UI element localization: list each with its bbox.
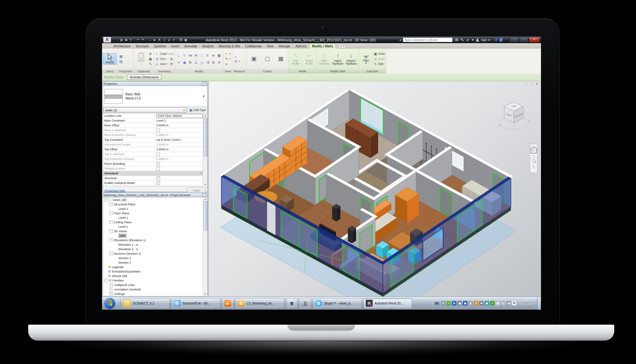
steering-wheel-icon[interactable] [531, 147, 537, 154]
ribbon-button-cope[interactable]: ⌐Cope▾ [155, 51, 169, 56]
tree-item[interactable]: Section 2 [103, 260, 207, 265]
ribbon-button-lightbulb[interactable]: ●▾ [224, 51, 231, 56]
language-indicator[interactable]: DE [434, 302, 440, 305]
ribbon-button-attach-top-base[interactable]: ↑Attach Top/Base [331, 52, 344, 66]
tree-item[interactable]: ▧Sheets (all) [103, 273, 207, 278]
properties-help-link[interactable]: Properties help [105, 189, 125, 192]
ribbon-button-save[interactable]: ▣Save [373, 51, 385, 56]
sign-in-caret-icon[interactable]: ▾ [492, 37, 493, 42]
tree-item[interactable]: −Sections (Section 1) [103, 251, 207, 256]
project-browser-close-icon[interactable]: ▫ [202, 193, 206, 197]
qat-text-icon[interactable]: A [157, 37, 162, 42]
ribbon-button-scale[interactable]: △ [200, 60, 204, 65]
qat-sync-icon[interactable]: ↻ [129, 37, 133, 42]
qat-redo-icon[interactable]: ↷ [141, 37, 145, 42]
taskbar-button-revit[interactable]: RAutodesk Revit 20... [363, 298, 412, 309]
ribbon-button-array[interactable]: ▦ [217, 53, 221, 58]
ribbon-button-edit[interactable]: ✎Edit [373, 62, 385, 67]
ribbon-button-filter[interactable]: Filter [360, 55, 372, 62]
prop-section-header[interactable]: Structural^ [103, 171, 207, 176]
ribbon-button-cut[interactable]: ⊘Cut▾ [155, 57, 169, 61]
tree-item[interactable]: ▤Schedules/Quantities [103, 269, 207, 273]
qat-thin-lines-icon[interactable]: ≡ [172, 37, 176, 42]
tab-view[interactable]: View [264, 44, 276, 49]
qat-open-icon[interactable]: ▥ [119, 37, 123, 42]
qat-switch-windows-icon[interactable]: ▣ [184, 37, 188, 42]
tree-item[interactable]: Elevation 1 - a [103, 242, 207, 247]
ribbon-button-match-type[interactable]: ✎ [148, 62, 153, 67]
tab-manage[interactable]: Manage [276, 44, 293, 49]
tray-fax-device-icon[interactable]: ▤ [457, 301, 462, 305]
ribbon-button-unpin[interactable]: ⊠ [211, 60, 216, 65]
zoom-caret-icon[interactable]: ▾ [533, 163, 534, 166]
ribbon-button-wall-joins[interactable]: ⊞ [169, 57, 174, 61]
tray-bluetooth-icon[interactable]: B [452, 301, 457, 305]
tray-volume-icon[interactable]: ◀ [506, 301, 511, 305]
ribbon-button-cut-clip[interactable]: ⊗ [148, 51, 153, 56]
qat-customize-caret-icon[interactable]: ▾ [188, 38, 193, 43]
tree-expander-icon[interactable]: − [109, 238, 113, 242]
tree-item[interactable]: +Annotation Symbols [103, 287, 207, 291]
tab-analyze[interactable]: Analyze [200, 44, 216, 49]
ribbon-button-rotate[interactable]: ↻ [188, 60, 193, 65]
ribbon-button-demolish[interactable]: ⚒ [169, 62, 174, 67]
qat-section-icon[interactable]: ⌀ [167, 37, 171, 42]
tree-item[interactable]: −▥Families [103, 278, 207, 282]
ribbon-button-align[interactable]: ∟ [177, 53, 181, 58]
qat-modify-arrow-icon[interactable]: ► [153, 37, 157, 42]
ribbon-button-split-element[interactable]: ¦ [200, 53, 204, 58]
ribbon-button-pin[interactable]: ◈ [211, 53, 216, 58]
navigation-bar[interactable]: ▾ ▾ [530, 144, 537, 173]
qat-close-hidden-icon[interactable]: ⊠ [179, 37, 183, 42]
ribbon-button-move[interactable]: + [177, 60, 181, 65]
qat-undo-icon[interactable]: ↶ [136, 37, 140, 42]
ribbon-button-measure[interactable]: ↔ [233, 54, 240, 59]
ribbon-button-beam[interactable]: ▭ [169, 51, 174, 56]
ribbon-button-offset-copy[interactable]: ⇉ [205, 60, 210, 65]
tray-network-search-icon[interactable]: ◍ [485, 301, 489, 305]
prop-value[interactable] [155, 177, 207, 180]
user-icon[interactable] [476, 38, 479, 42]
tree-item[interactable]: Section 1 [103, 256, 207, 260]
tray-network-icon[interactable]: ▭ [501, 301, 505, 305]
ribbon-button-type-properties[interactable]: ▤ [119, 59, 123, 64]
navbar-caret-icon[interactable]: ▾ [533, 154, 534, 156]
exchange-apps-icon[interactable]: X [495, 38, 497, 42]
prop-checkbox[interactable] [156, 177, 160, 180]
3d-viewport[interactable]: –▫✕ TOP LEFT FRONT [208, 81, 541, 297]
taskbar-button-calculator[interactable]: ▦ [286, 298, 298, 309]
start-button[interactable] [104, 298, 115, 309]
tree-item[interactable]: −3D Views [103, 229, 207, 233]
3d-model-view[interactable] [209, 81, 541, 297]
ribbon-button-delete[interactable]: ✕ [217, 60, 221, 65]
tree-expander-icon[interactable]: − [109, 211, 113, 215]
ribbon-button-paintbrush[interactable]: ✎▾ [224, 57, 231, 61]
prop-value[interactable]: Up to level: Level 1 [155, 138, 207, 141]
prop-value[interactable]: Bearing [155, 186, 207, 186]
ribbon-button-legend-component[interactable]: ▣ [247, 55, 260, 62]
tab-annotate[interactable]: Annotate [182, 44, 200, 49]
taskbar-button-outlook[interactable]: OLS_Marketing_int... [235, 298, 284, 309]
prop-checkbox[interactable] [156, 162, 160, 166]
taskbar-button-media[interactable]: ▶ [222, 298, 234, 309]
tab-structure[interactable]: Structure [133, 44, 151, 49]
tree-item[interactable]: −Elevations (Elevation 1) [103, 238, 207, 242]
qat-save-icon[interactable]: ◙ [124, 37, 128, 42]
tab-insert[interactable]: Insert [169, 44, 182, 49]
tray-onenote-icon[interactable]: O [474, 301, 478, 305]
browser-scrollbar[interactable]: ▲ ▼ [203, 197, 207, 296]
tab-add-ins[interactable]: Add-Ins [293, 44, 309, 49]
qat-dimension-icon[interactable]: ↔ [148, 37, 152, 42]
selection-filter-dropdown[interactable]: Walls (2) ▼ [104, 107, 187, 113]
ribbon-button-copy[interactable]: ◉ [182, 60, 187, 65]
show-desktop-button[interactable] [537, 297, 540, 310]
tab-architecture[interactable]: Architecture [111, 44, 133, 49]
ribbon-button-trim[interactable]: ∠ [194, 60, 198, 65]
activate-dimensions-button[interactable]: Activate Dimensions [127, 75, 162, 80]
ribbon-state-chip[interactable]: ▭ ▾ [338, 44, 346, 48]
close-button[interactable]: ✕ [529, 37, 540, 43]
tray-battery-icon[interactable]: ▮ [468, 301, 473, 305]
tray-sync-icon[interactable]: ↻ [441, 301, 446, 305]
tree-item[interactable]: −▢Views (all) [103, 197, 207, 202]
ribbon-button-copy-clip[interactable]: ▣ [148, 57, 153, 61]
